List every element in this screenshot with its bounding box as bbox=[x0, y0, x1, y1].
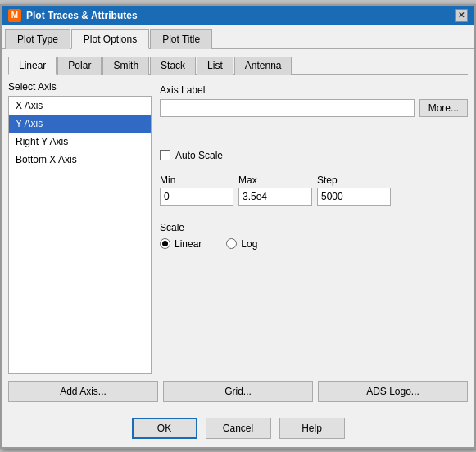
step-label: Step bbox=[317, 174, 391, 186]
close-button[interactable]: ✕ bbox=[455, 9, 468, 22]
scale-options: Linear Log bbox=[160, 238, 468, 250]
min-label: Min bbox=[160, 174, 233, 186]
axis-label-input[interactable] bbox=[160, 99, 415, 117]
content-area: Linear Polar Smith Stack List Antenna Se… bbox=[2, 49, 474, 409]
main-window: M Plot Traces & Attributes ✕ Plot Type P… bbox=[0, 4, 476, 449]
axis-list: X Axis Y Axis Right Y Axis Bottom X Axis bbox=[8, 96, 152, 374]
ads-logo-button[interactable]: ADS Logo... bbox=[318, 381, 468, 402]
bottom-buttons: Add Axis... Grid... ADS Logo... bbox=[8, 381, 468, 402]
sub-tab-list[interactable]: List bbox=[197, 56, 233, 75]
radio-linear-label: Linear bbox=[175, 238, 202, 250]
radio-log[interactable]: Log bbox=[226, 238, 257, 250]
sub-tab-smith[interactable]: Smith bbox=[102, 56, 149, 75]
title-bar: M Plot Traces & Attributes ✕ bbox=[2, 6, 474, 25]
window-title: Plot Traces & Attributes bbox=[26, 10, 138, 21]
left-panel: Select Axis X Axis Y Axis Right Y Axis B… bbox=[8, 81, 152, 374]
auto-scale-section: Auto Scale bbox=[160, 150, 468, 161]
select-axis-label: Select Axis bbox=[8, 81, 152, 93]
help-button[interactable]: Help bbox=[279, 418, 345, 439]
radio-log-btn[interactable] bbox=[226, 238, 237, 249]
step-input[interactable] bbox=[317, 188, 391, 206]
more-button[interactable]: More... bbox=[419, 99, 468, 117]
axis-label-row: More... bbox=[160, 99, 468, 117]
axis-item-right-yaxis[interactable]: Right Y Axis bbox=[9, 133, 151, 151]
sub-tab-linear[interactable]: Linear bbox=[8, 56, 57, 75]
axis-item-yaxis[interactable]: Y Axis bbox=[9, 115, 151, 133]
ok-button[interactable]: OK bbox=[132, 418, 197, 439]
axis-item-xaxis[interactable]: X Axis bbox=[9, 97, 151, 115]
min-input[interactable] bbox=[160, 188, 233, 206]
auto-scale-checkbox[interactable] bbox=[160, 150, 170, 160]
main-panel: Select Axis X Axis Y Axis Right Y Axis B… bbox=[8, 81, 468, 374]
min-max-section: Min Max Step bbox=[160, 174, 468, 206]
max-label: Max bbox=[238, 174, 312, 186]
axis-label-title: Axis Label bbox=[160, 84, 468, 96]
max-input[interactable] bbox=[238, 188, 312, 206]
sub-tab-polar[interactable]: Polar bbox=[57, 56, 102, 75]
auto-scale-label: Auto Scale bbox=[175, 150, 223, 161]
axis-label-section: Axis Label More... bbox=[160, 84, 468, 117]
radio-linear[interactable]: Linear bbox=[160, 238, 202, 250]
main-tabs: Plot Type Plot Options Plot Title bbox=[2, 25, 474, 49]
sub-tab-antenna[interactable]: Antenna bbox=[234, 56, 292, 75]
footer: OK Cancel Help bbox=[2, 409, 474, 447]
tab-plot-title[interactable]: Plot Title bbox=[150, 29, 212, 49]
radio-log-label: Log bbox=[241, 238, 257, 250]
scale-title: Scale bbox=[160, 222, 468, 233]
radio-linear-btn[interactable] bbox=[160, 238, 170, 249]
scale-section: Scale Linear Log bbox=[160, 222, 468, 250]
sub-tabs: Linear Polar Smith Stack List Antenna bbox=[8, 56, 468, 75]
app-icon: M bbox=[8, 9, 21, 22]
tab-plot-options[interactable]: Plot Options bbox=[71, 29, 149, 49]
axis-item-bottom-xaxis[interactable]: Bottom X Axis bbox=[9, 151, 151, 169]
right-panel: Axis Label More... Auto Scale Min bbox=[160, 81, 468, 374]
sub-tab-stack[interactable]: Stack bbox=[150, 56, 196, 75]
grid-button[interactable]: Grid... bbox=[163, 381, 313, 402]
add-axis-button[interactable]: Add Axis... bbox=[8, 381, 158, 402]
tab-plot-type[interactable]: Plot Type bbox=[5, 29, 70, 49]
cancel-button[interactable]: Cancel bbox=[206, 418, 271, 439]
